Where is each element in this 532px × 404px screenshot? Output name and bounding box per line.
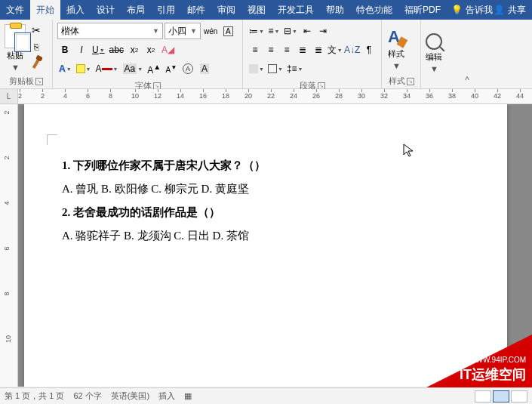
font-name-combobox[interactable]: 楷体▼ xyxy=(57,23,163,39)
numbering-button[interactable]: ≡▼ xyxy=(266,23,281,39)
tab-home[interactable]: 开始 xyxy=(30,0,60,20)
collapse-ribbon-button[interactable]: ^ xyxy=(465,75,469,85)
tab-mailings[interactable]: 邮件 xyxy=(181,0,211,20)
grow-font-button[interactable]: A▲ xyxy=(146,60,162,77)
tab-review[interactable]: 审阅 xyxy=(211,0,241,20)
clipboard-group-label: 剪贴板 xyxy=(9,76,34,87)
copy-icon: ⎘ xyxy=(34,42,39,51)
format-painter-button[interactable] xyxy=(29,56,44,71)
chevron-down-icon: ▼ xyxy=(152,27,159,35)
chevron-down-icon: ▼ xyxy=(292,29,297,34)
sort-button[interactable]: A↓Z xyxy=(343,42,361,58)
chevron-down-icon: ▼ xyxy=(113,66,118,72)
char-border-icon: A xyxy=(223,26,233,36)
status-page[interactable]: 第 1 页，共 1 页 xyxy=(5,390,64,402)
paste-button[interactable]: 粘贴 ▼ xyxy=(3,21,27,74)
tab-layout[interactable]: 布局 xyxy=(121,0,151,20)
chevron-down-icon: ▼ xyxy=(86,66,91,72)
font-name-value: 楷体 xyxy=(61,25,79,38)
share-button[interactable]: 👤 共享 xyxy=(494,4,526,17)
line-spacing-icon: ‡≡ xyxy=(287,63,297,74)
font-dialog-launcher[interactable]: ↘ xyxy=(153,82,161,90)
question-1[interactable]: 1. 下列哪位作家不属于唐宋八大家？（） xyxy=(62,159,469,173)
increase-indent-button[interactable]: ⇥ xyxy=(315,23,331,39)
editing-button[interactable]: 编辑 ▼ xyxy=(424,21,444,85)
chevron-down-icon: ▼ xyxy=(278,66,283,72)
phonetic-guide-button[interactable]: wén xyxy=(202,23,219,39)
bold-button[interactable]: B xyxy=(57,42,72,58)
status-macro-icon[interactable]: ▦ xyxy=(184,391,192,401)
eraser-icon: A◢ xyxy=(161,45,174,55)
strikethrough-button[interactable]: abc xyxy=(108,42,125,58)
styles-button[interactable]: A 样式 ▼ xyxy=(385,21,407,74)
cut-button[interactable]: ✂ xyxy=(29,23,44,38)
tab-foxit[interactable]: 福昕PDF xyxy=(398,0,447,20)
decrease-indent-button[interactable]: ⇤ xyxy=(300,23,315,39)
line-spacing-button[interactable]: ‡≡▼ xyxy=(285,60,305,77)
group-clipboard: 粘贴 ▼ ✂ ⎘ 剪贴板↘ xyxy=(0,20,53,88)
status-word-count[interactable]: 62 个字 xyxy=(73,390,101,402)
text-direction-button[interactable]: 文▼ xyxy=(327,42,343,58)
highlight-button[interactable]: ▼ xyxy=(75,60,93,77)
view-web-button[interactable] xyxy=(511,390,527,402)
align-justify-button[interactable]: ≣ xyxy=(295,42,310,58)
styles-dialog-launcher[interactable]: ↘ xyxy=(407,78,414,85)
subscript-button[interactable]: x2 xyxy=(127,42,142,58)
chevron-down-icon: ▼ xyxy=(392,61,401,70)
copy-button[interactable]: ⎘ xyxy=(29,39,44,54)
tab-design[interactable]: 设计 xyxy=(91,0,121,20)
horizontal-ruler[interactable]: L 22468101214161820222426283032343638404… xyxy=(0,89,532,104)
paragraph-dialog-launcher[interactable]: ↘ xyxy=(318,82,325,90)
vertical-ruler[interactable]: 2246810 xyxy=(0,104,18,387)
clipboard-dialog-launcher[interactable]: ↘ xyxy=(35,78,43,85)
tab-references[interactable]: 引用 xyxy=(151,0,181,20)
borders-button[interactable]: ▼ xyxy=(266,60,284,77)
font-color-button[interactable]: A▼ xyxy=(94,60,120,77)
font-color-icon: A xyxy=(96,63,102,74)
question-2[interactable]: 2. 老舍最成功的话剧作品是（） xyxy=(62,205,469,220)
text-effects-button[interactable]: A▼ xyxy=(57,60,73,77)
font-size-combobox[interactable]: 小四▼ xyxy=(165,23,201,39)
change-case-icon: A xyxy=(200,63,209,74)
char-border-button[interactable]: A xyxy=(220,23,235,39)
answers-1[interactable]: A. 曾巩 B. 欧阳修 C. 柳宗元 D. 黄庭坚 xyxy=(62,182,469,196)
align-left-button[interactable]: ≡ xyxy=(248,42,263,58)
chevron-down-icon: ▼ xyxy=(274,29,279,34)
multilevel-list-button[interactable]: ⊟▼ xyxy=(282,23,299,39)
status-insert-mode[interactable]: 插入 xyxy=(158,390,175,402)
underline-button[interactable]: U▼ xyxy=(91,42,106,58)
brush-icon xyxy=(32,58,40,69)
borders-icon xyxy=(268,64,277,73)
italic-button[interactable]: I xyxy=(74,42,89,58)
tab-developer[interactable]: 开发工具 xyxy=(272,0,320,20)
shading-button[interactable]: ▼ xyxy=(248,60,266,77)
tab-help[interactable]: 帮助 xyxy=(320,0,350,20)
clear-formatting-button[interactable]: A◢ xyxy=(160,42,176,58)
superscript-button[interactable]: x2 xyxy=(143,42,158,58)
shrink-font-button[interactable]: A▼ xyxy=(164,60,179,77)
align-distribute-button[interactable]: ≣ xyxy=(311,42,326,58)
bullets-button[interactable]: ≔▼ xyxy=(248,23,266,39)
align-justify-icon: ≣ xyxy=(299,45,306,55)
tab-file[interactable]: 文件 xyxy=(0,0,30,20)
answers-2[interactable]: A. 骆驼祥子 B. 龙须沟 C. 日出 D. 茶馆 xyxy=(62,229,469,243)
show-marks-button[interactable]: ¶ xyxy=(361,42,377,58)
view-read-button[interactable] xyxy=(475,390,491,402)
font-size-value: 小四 xyxy=(168,25,186,38)
tab-view[interactable]: 视图 xyxy=(241,0,272,20)
group-font: 楷体▼ 小四▼ wén A B I U▼ abc x2 x2 A◢ A▼ ▼ A… xyxy=(53,20,243,88)
tab-insert[interactable]: 插入 xyxy=(60,0,91,20)
group-styles: A 样式 ▼ 样式↘ xyxy=(382,20,421,88)
hruler-scale: 2246810121416182022242628303234363840424… xyxy=(18,89,532,103)
enclose-char-button[interactable]: A xyxy=(180,60,195,77)
align-center-button[interactable]: ≡ xyxy=(263,42,278,58)
char-shading-button[interactable]: Aa▼ xyxy=(121,60,145,77)
tell-me-search[interactable]: 💡 告诉我 xyxy=(451,4,493,17)
chevron-down-icon: ▼ xyxy=(137,66,143,72)
view-print-button[interactable] xyxy=(493,390,509,402)
change-case-button[interactable]: A xyxy=(197,60,212,77)
align-right-button[interactable]: ≡ xyxy=(279,42,294,58)
group-paragraph: ≔▼ ≡▼ ⊟▼ ⇤ ⇥ ≡ ≡ ≡ ≣ ≣ 文▼ A↓Z ¶ ▼ ▼ ‡≡▼ xyxy=(243,20,382,88)
tab-special[interactable]: 特色功能 xyxy=(350,0,398,20)
status-language[interactable]: 英语(美国) xyxy=(111,390,149,402)
